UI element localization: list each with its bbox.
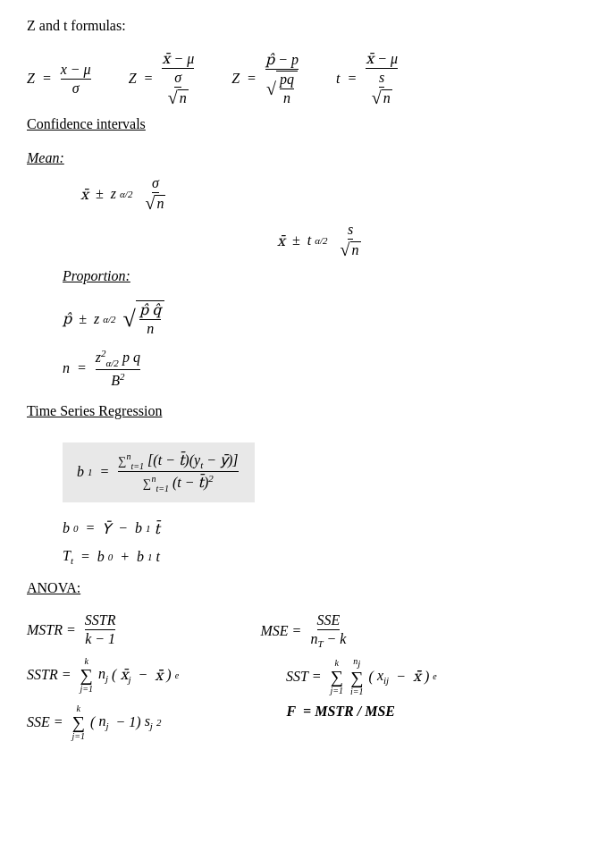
mean-section: Mean: — [27, 150, 587, 166]
n-formula-row: n = z2α/2 p q B2 — [63, 348, 587, 389]
confidence-intervals-heading: Confidence intervals — [27, 116, 587, 139]
title-text: Z and t formulas: — [27, 18, 126, 33]
anova-label: ANOVA: — [27, 580, 80, 596]
anova-heading: ANOVA: — [27, 580, 587, 603]
proportion-ci: p̂ ± zα/2 √ p̂ q̂ n — [63, 300, 164, 337]
b0-formula: b0 = Ȳ − b1t̄ — [63, 520, 160, 537]
b0-formula-row: b0 = Ȳ − b1t̄ — [63, 520, 587, 537]
proportion-ci-row: p̂ ± zα/2 √ p̂ q̂ n — [63, 300, 587, 337]
mean-label: Mean: — [27, 150, 64, 165]
tt-formula-row: Tt = b0 + b1t — [63, 548, 587, 566]
mean-ci-z: x̄ ± zα/2 σ √n — [80, 175, 167, 213]
sst-formula: SST = k ∑ j=1 nj ∑ i=1 (xij − x̄̄)e — [286, 656, 437, 696]
mean-ci-row: x̄ ± zα/2 σ √n — [80, 175, 587, 213]
page-title: Z and t formulas: — [27, 18, 587, 34]
z-formula-1: Z = x − μ σ — [27, 62, 93, 97]
n-formula: n = z2α/2 p q B2 — [63, 348, 142, 389]
sse-formula: SSE = k ∑ j=1 (nj − 1)sj2 — [27, 704, 161, 741]
b1-formula: b1 = ∑nt=1 [(t − t̄)(yt − ȳ)] ∑nt=1 (t −… — [77, 451, 240, 493]
anova-row-1: MSTR = SSTR k − 1 MSE = SSE nT − k — [27, 612, 587, 649]
anova-row-2: SSTR = k ∑ j=1 nj(x̄j − x̄̄)e SST = k ∑ … — [27, 656, 587, 696]
z-formulas-row: Z = x − μ σ Z = x̄ − μ σ √n Z = p̂ − p √ — [27, 50, 587, 107]
mse-formula: MSE = SSE nT − k — [260, 612, 348, 649]
t-formula: t = x̄ − μ s √n — [336, 50, 400, 107]
anova-row-3: SSE = k ∑ j=1 (nj − 1)sj2 F = MSTR / MSE — [27, 704, 587, 741]
mstr-formula: MSTR = SSTR k − 1 — [27, 612, 117, 647]
time-series-heading: Time Series Regression — [27, 403, 587, 426]
b1-formula-box: b1 = ∑nt=1 [(t − t̄)(yt − ȳ)] ∑nt=1 (t −… — [63, 442, 255, 502]
mean-ci-t: x̄ ± tα/2 s √n — [277, 222, 363, 259]
f-formula: F = MSTR / MSE — [286, 704, 395, 720]
sstr-formula: SSTR = k ∑ j=1 nj(x̄j − x̄̄)e — [27, 656, 179, 694]
proportion-label: Proportion: — [63, 268, 130, 284]
tt-formula: Tt = b0 + b1t — [63, 548, 160, 566]
ci-label: Confidence intervals — [27, 116, 146, 132]
proportion-section: Proportion: — [63, 268, 587, 291]
z-formula-3: Z = p̂ − p √ pq n — [231, 51, 300, 106]
z-formula-2: Z = x̄ − μ σ √n — [129, 50, 197, 107]
ts-label: Time Series Regression — [27, 403, 162, 419]
mean-ci-t-row: x̄ ± tα/2 s √n — [277, 222, 587, 259]
